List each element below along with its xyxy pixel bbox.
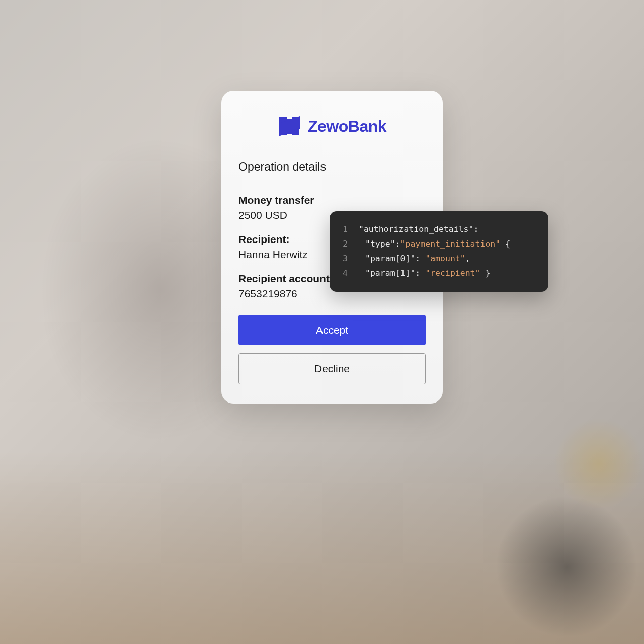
brand-row: ZewoBank	[238, 115, 426, 138]
accept-button[interactable]: Accept	[238, 315, 426, 345]
line-content: "param[1]": "recipient" }	[357, 266, 490, 281]
line-content: "authorization_details":	[358, 222, 478, 237]
line-content: "type":"payment_initiation" {	[357, 237, 510, 252]
divider	[238, 183, 426, 183]
decline-button[interactable]: Decline	[238, 353, 426, 384]
line-number: 2	[342, 237, 348, 252]
line-number: 1	[342, 222, 348, 237]
code-line: 2"type":"payment_initiation" {	[342, 237, 536, 252]
line-number: 4	[342, 266, 348, 281]
section-title: Operation details	[238, 160, 426, 174]
code-line: 3"param[0]": "amount",	[342, 252, 536, 266]
brand-name: ZewoBank	[308, 117, 386, 136]
line-content: "param[0]": "amount",	[357, 252, 470, 266]
detail-label: Money transfer	[238, 194, 426, 206]
code-panel: 1"authorization_details":2"type":"paymen…	[330, 211, 548, 292]
line-number: 3	[342, 252, 348, 266]
code-line: 4"param[1]": "recipient" }	[342, 266, 536, 281]
code-line: 1"authorization_details":	[342, 222, 536, 237]
zewobank-logo-icon	[278, 115, 301, 138]
